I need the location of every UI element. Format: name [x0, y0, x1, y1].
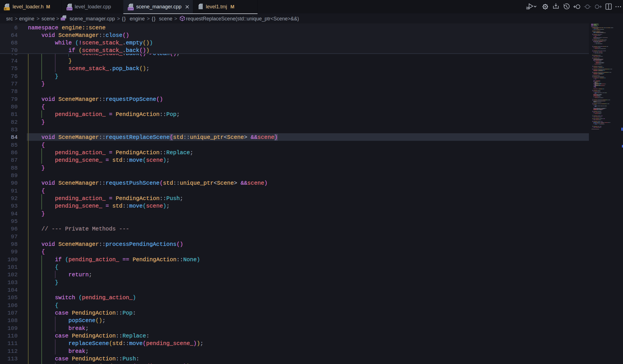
svg-text:C++: C++ [61, 18, 65, 20]
svg-text:C++: C++ [128, 8, 133, 10]
svg-text:C++: C++ [67, 8, 72, 10]
svg-text:H: H [4, 8, 6, 10]
